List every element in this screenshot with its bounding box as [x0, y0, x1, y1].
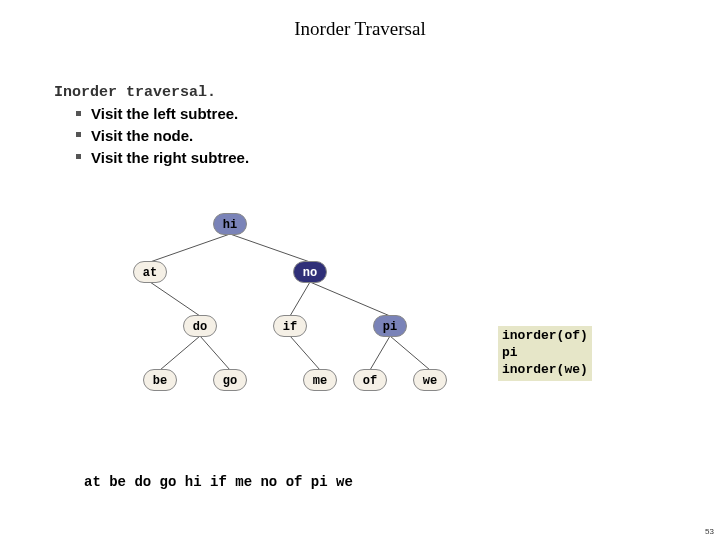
bullet-list: Visit the left subtree. Visit the node. …	[54, 103, 720, 168]
svg-line-6	[200, 336, 230, 370]
tree-node-no: no	[293, 261, 327, 283]
tree-node-at: at	[133, 261, 167, 283]
tree-node-hi: hi	[213, 213, 247, 235]
bullet-item: Visit the left subtree.	[76, 103, 720, 125]
svg-line-7	[290, 336, 320, 370]
tree-node-if: if	[273, 315, 307, 337]
tree-node-pi: pi	[373, 315, 407, 337]
tree-node-me: me	[303, 369, 337, 391]
traversal-output: at be do go hi if me no of pi we	[84, 474, 353, 490]
svg-line-5	[160, 336, 200, 370]
tree-node-go: go	[213, 369, 247, 391]
svg-line-1	[230, 234, 310, 262]
content-block: Inorder traversal. Visit the left subtre…	[0, 40, 720, 168]
svg-line-0	[150, 234, 230, 262]
bullet-item: Visit the node.	[76, 125, 720, 147]
svg-line-2	[150, 282, 200, 316]
tree-node-of: of	[353, 369, 387, 391]
tree-node-do: do	[183, 315, 217, 337]
bullet-item: Visit the right subtree.	[76, 147, 720, 169]
definition-heading: Inorder traversal.	[54, 84, 720, 101]
recursion-callout: inorder(of) pi inorder(we)	[498, 326, 592, 381]
svg-line-3	[290, 282, 310, 316]
tree-node-be: be	[143, 369, 177, 391]
svg-line-8	[370, 336, 390, 370]
tree-node-we: we	[413, 369, 447, 391]
page-number: 53	[705, 527, 714, 536]
svg-line-9	[390, 336, 430, 370]
svg-line-4	[310, 282, 390, 316]
page-title: Inorder Traversal	[0, 0, 720, 40]
tree-diagram: hiatnodoifpibegomeofwe	[54, 210, 494, 430]
